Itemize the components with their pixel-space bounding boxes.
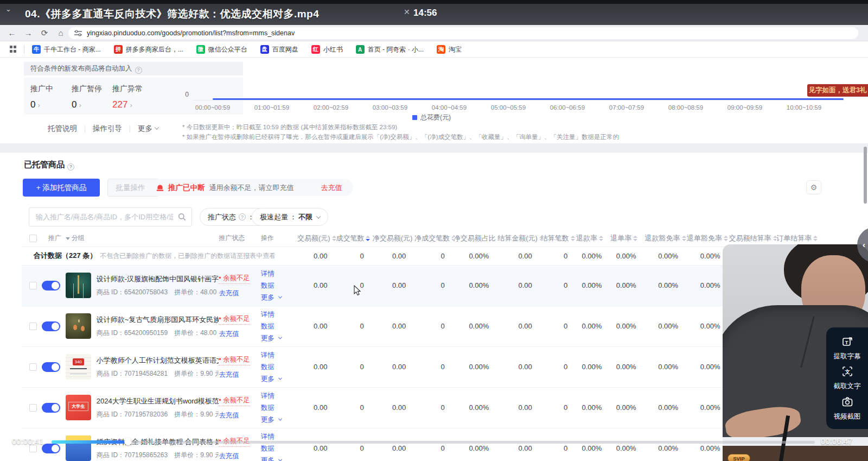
recharge-link[interactable]: 去充值 — [219, 289, 261, 298]
more-link[interactable]: 更多 — [261, 332, 297, 344]
sort-icon[interactable] — [332, 236, 336, 241]
sort-icon[interactable] — [633, 236, 637, 241]
sort-icon[interactable] — [599, 236, 603, 241]
bookmark-item[interactable]: A首页 - 阿奇索 · 小... — [356, 45, 424, 54]
site-controls-icon[interactable] — [74, 30, 82, 36]
product-name[interactable]: 2024大学生职业生涯规划书word模板范文工作... — [97, 396, 219, 406]
stat-value[interactable]: 227› — [112, 99, 143, 110]
reload-icon[interactable]: ⟳ — [39, 28, 50, 39]
row-checkbox[interactable] — [29, 282, 37, 289]
quick-link-0[interactable]: 托管说明 — [48, 124, 77, 134]
home-icon[interactable]: ⌂ — [55, 28, 66, 39]
bookmark-item[interactable]: 微微信公众平台 — [196, 45, 247, 54]
add-managed-goods-button[interactable]: + 添加托管商品 — [23, 179, 100, 197]
quick-link-2[interactable]: 更多 — [138, 124, 158, 134]
recharge-link[interactable]: 去充值 — [219, 330, 261, 339]
gear-icon[interactable]: ⚙ — [806, 180, 821, 194]
product-thumbnail[interactable] — [66, 354, 91, 380]
metric-header-净交易额(元)[interactable]: 净交易额(元) — [373, 230, 415, 247]
bookmark-item[interactable]: 淘淘宝 — [437, 45, 462, 54]
recharge-link[interactable]: 去充值 — [219, 370, 261, 380]
video-progress-track[interactable] — [52, 441, 815, 444]
detail-link[interactable]: 详情 — [261, 268, 297, 280]
sort-icon[interactable] — [773, 236, 777, 241]
promo-banner[interactable]: 见字如面，送君3礼 — [807, 84, 868, 97]
more-link[interactable]: 更多 — [261, 454, 297, 461]
apps-grid-icon[interactable] — [10, 46, 17, 53]
promotion-toggle[interactable] — [42, 362, 60, 372]
data-link[interactable]: 数据 — [261, 320, 297, 332]
stat-推广中[interactable]: 推广中0› — [30, 84, 53, 110]
select-all-checkbox[interactable] — [29, 235, 37, 242]
recharge-link[interactable]: 去充值 — [219, 411, 261, 420]
help-icon[interactable]: ? — [67, 163, 74, 170]
more-link[interactable]: 更多 — [261, 373, 297, 385]
metric-header-退单率[interactable]: 退单率 — [610, 230, 644, 247]
data-link[interactable]: 数据 — [261, 361, 297, 373]
video-progress-handle[interactable] — [124, 438, 132, 445]
bookmark-item[interactable]: 红小红书 — [311, 45, 343, 54]
metric-header-退单豁免率[interactable]: 退单豁免率 — [687, 230, 729, 247]
metric-header-退款率[interactable]: 退款率 — [576, 230, 610, 247]
promotion-toggle[interactable] — [42, 321, 60, 331]
detail-link[interactable]: 详情 — [261, 349, 297, 361]
row-checkbox[interactable] — [29, 363, 37, 371]
bookmark-item[interactable]: 盘百度网盘 — [260, 45, 298, 54]
recharge-link[interactable]: 去充值 — [219, 452, 261, 461]
sort-icon[interactable] — [366, 236, 370, 241]
product-thumbnail[interactable] — [66, 313, 91, 339]
metric-header-交易额(元)[interactable]: 交易额(元) — [297, 230, 336, 247]
metric-header-结算金额(元)[interactable]: 结算金额(元) — [497, 230, 541, 247]
stat-推广异常[interactable]: 推广异常227› — [112, 84, 143, 110]
stat-推广暂停[interactable]: 推广暂停0› — [72, 84, 102, 110]
back-icon[interactable]: ← — [7, 28, 17, 39]
data-link[interactable]: 数据 — [261, 280, 297, 292]
chart-legend[interactable]: 总花费(元) — [412, 113, 451, 122]
quick-link-1[interactable]: 操作引导 — [93, 124, 122, 134]
product-name[interactable]: 设计师款~复古气质扇形国风耳环女民族风耳饰... — [97, 315, 219, 325]
filter-speed-boost[interactable]: 极速起量：不限 — [252, 208, 328, 226]
forward-icon[interactable]: → — [23, 28, 34, 39]
product-name[interactable]: 小学教师个人工作计划范文模板英语语文数学... — [97, 356, 219, 365]
detail-link[interactable]: 详情 — [261, 390, 297, 402]
metric-header-成交笔数[interactable]: 成交笔数 — [336, 230, 372, 247]
tab-close-icon[interactable]: ✕ — [404, 8, 410, 16]
search-input[interactable] — [29, 208, 192, 226]
product-thumbnail[interactable] — [66, 435, 91, 461]
sort-icon[interactable] — [724, 236, 728, 241]
more-link[interactable]: 更多 — [261, 414, 297, 426]
row-checkbox[interactable] — [29, 404, 37, 412]
promotion-toggle[interactable] — [42, 444, 60, 453]
search-icon[interactable] — [178, 213, 186, 221]
metric-header-退款豁免率[interactable]: 退款豁免率 — [645, 230, 687, 247]
row-checkbox[interactable] — [29, 323, 37, 330]
product-thumbnail[interactable] — [66, 395, 91, 420]
data-link[interactable]: 数据 — [261, 402, 297, 414]
more-link[interactable]: 更多 — [261, 292, 297, 304]
recharge-link[interactable]: 去充值 — [321, 183, 342, 193]
tool-视频截图[interactable]: 视频截图 — [834, 396, 861, 421]
tool-截取文字[interactable]: 文截取文字 — [834, 365, 861, 391]
product-name[interactable]: 设计师款-汉服旗袍配饰中国风银针画字耳坠镶...✎ — [97, 274, 219, 284]
filter-funnel-icon[interactable] — [66, 237, 70, 240]
metric-header-净交易额占比[interactable]: 净交易额占比 — [454, 230, 498, 247]
promotion-toggle[interactable] — [42, 281, 60, 291]
help-icon[interactable]: ? — [135, 67, 142, 74]
sort-icon[interactable] — [571, 236, 575, 241]
metric-header-净成交笔数[interactable]: 净成交笔数 — [414, 230, 453, 247]
sort-icon[interactable] — [682, 236, 686, 241]
stat-value[interactable]: 0› — [30, 99, 53, 110]
stat-value[interactable]: 0› — [72, 99, 102, 110]
tool-提取字幕[interactable]: T提取字幕 — [834, 336, 861, 361]
scrollbar-thumb[interactable] — [864, 147, 867, 204]
sort-icon[interactable] — [813, 236, 818, 241]
address-bar[interactable]: yingxiao.pinduoduo.com/goods/promotion/l… — [68, 27, 858, 39]
data-link[interactable]: 数据 — [261, 443, 297, 454]
product-thumbnail[interactable] — [66, 273, 91, 298]
metric-header-结算笔数[interactable]: 结算笔数 — [541, 230, 576, 247]
promotion-toggle[interactable] — [42, 403, 60, 413]
chevron-down-icon[interactable]: ⌄ — [5, 5, 11, 13]
detail-link[interactable]: 详情 — [261, 308, 297, 320]
bookmark-item[interactable]: 牛千牛工作台 - 商家... — [32, 45, 101, 54]
promotion-group-header[interactable]: 推广分组 — [42, 230, 219, 247]
